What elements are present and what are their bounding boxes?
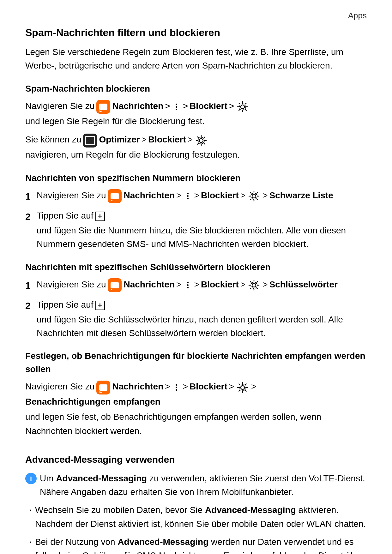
block-spam-line2: Sie können zu Optimizer > Blockiert > na… [25,133,367,162]
messages-app-icon-3 [108,278,122,292]
gear-icon-1 [237,101,249,113]
gear-icon-5 [237,382,249,394]
list-item: 1 Navigieren Sie zu Nachrichten > > Bloc… [25,278,367,293]
info-row: i Um Advanced-Messaging zu verwenden, ak… [25,472,367,499]
gear-icon-3 [248,190,260,202]
gear-icon-2 [195,135,207,147]
heading-advanced-messaging: Advanced-Messaging verwenden [25,452,367,467]
svg-point-4 [252,194,256,198]
main-title: Spam-Nachrichten filtern und blockieren [25,25,367,40]
section-label: Apps [25,9,367,22]
block-numbers-list: 1 Navigieren Sie zu Nachrichten > > Bloc… [25,189,367,251]
plus-icon-1 [95,212,105,221]
three-dots-icon-3 [184,280,192,291]
gear-icon-4 [248,279,260,291]
block-spam-line1: Navigieren Sie zu Nachrichten > > Blocki… [25,99,367,129]
plus-icon-2 [95,301,105,310]
list-item: Bei der Nutzung von Advanced-Messaging w… [25,535,367,554]
svg-point-8 [241,386,244,389]
heading-block-numbers: Nachrichten von spezifischen Nummern blo… [25,172,367,185]
messages-app-icon-2 [108,189,122,203]
svg-point-0 [241,105,244,109]
list-item: 1 Navigieren Sie zu Nachrichten > > Bloc… [25,189,367,204]
intro-text: Legen Sie verschiedene Regeln zum Blocki… [25,45,367,73]
list-item: 2 Tippen Sie auf und fügen Sie die Numme… [25,209,367,251]
heading-block-spam: Spam-Nachrichten blockieren [25,82,367,95]
list-item: 2 Tippen Sie auf und fügen Sie die Schlü… [25,298,367,340]
messages-app-icon-4 [96,381,110,394]
info-icon: i [25,473,37,484]
messages-app-icon [96,100,110,114]
three-dots-icon-4 [173,382,180,393]
block-keywords-list: 1 Navigieren Sie zu Nachrichten > > Bloc… [25,278,367,340]
heading-block-keywords: Nachrichten mit spezifischen Schlüsselwö… [25,261,367,274]
svg-point-6 [252,283,256,287]
heading-notifications: Festlegen, ob Benachrichtigungen für blo… [25,349,367,376]
advanced-sub-bullets: Wechseln Sie zu mobilen Daten, bevor Sie… [25,503,367,554]
list-item: Wechseln Sie zu mobilen Daten, bevor Sie… [25,503,367,531]
notifications-line: Navigieren Sie zu Nachrichten > > Blocki… [25,380,367,438]
optimizer-app-icon [83,134,97,148]
three-dots-icon [173,101,180,112]
svg-point-2 [199,139,203,142]
three-dots-icon-2 [184,191,192,202]
